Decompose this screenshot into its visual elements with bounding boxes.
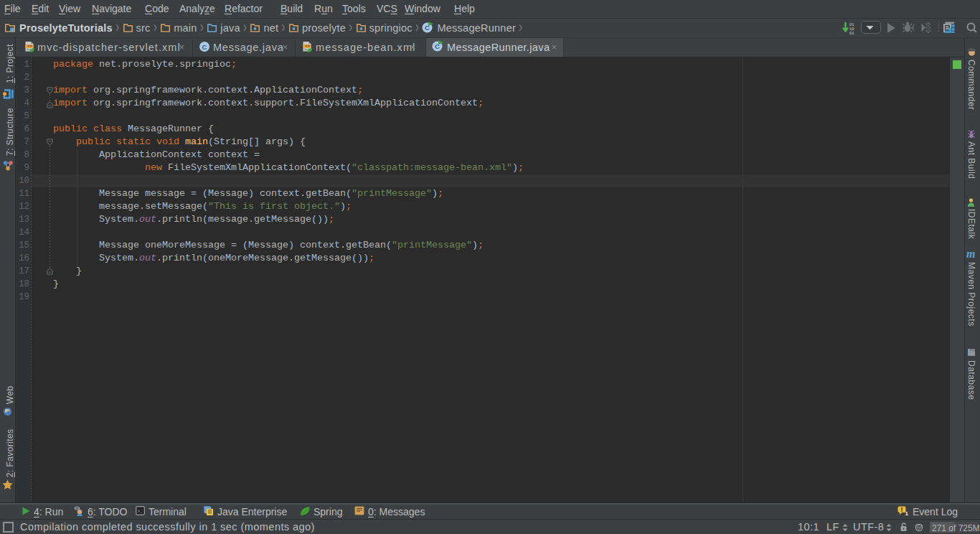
svg-text:>_: >_ [138, 509, 143, 514]
svg-text:1: 1 [905, 510, 909, 515]
svg-text:01: 01 [849, 31, 854, 35]
svg-text:C: C [202, 42, 207, 50]
svg-text:<>: <> [305, 44, 311, 49]
svg-text:<>: <> [27, 44, 33, 49]
